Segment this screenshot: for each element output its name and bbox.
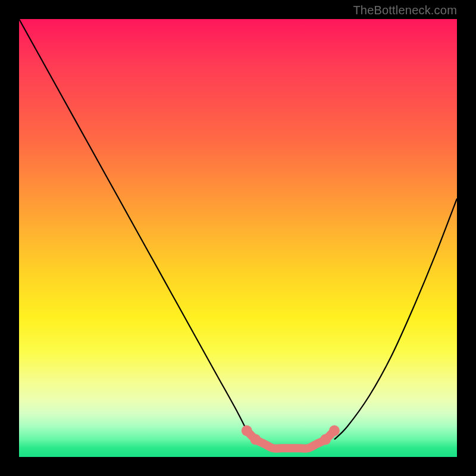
svg-point-2 — [320, 434, 331, 445]
right-curve-path — [334, 199, 457, 440]
marker-band-dots — [242, 425, 340, 449]
plot-area — [19, 19, 457, 457]
svg-point-3 — [329, 425, 340, 436]
chart-svg — [19, 19, 457, 457]
svg-point-0 — [242, 425, 252, 436]
watermark-text: TheBottleneck.com — [353, 4, 457, 17]
chart-frame: TheBottleneck.com — [0, 0, 476, 476]
left-curve-path — [19, 19, 251, 440]
svg-point-1 — [250, 434, 261, 445]
